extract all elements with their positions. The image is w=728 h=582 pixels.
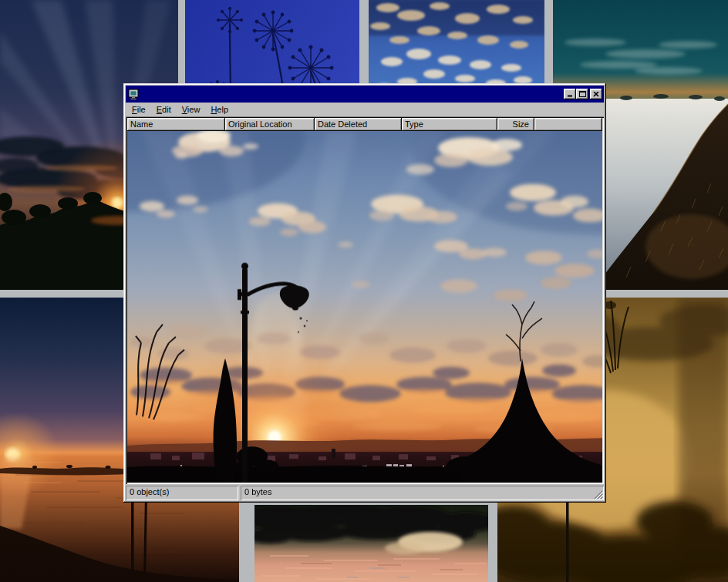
- column-header-original-location[interactable]: Original Location: [225, 118, 315, 131]
- close-icon: [593, 92, 599, 97]
- resize-grip-icon[interactable]: [593, 489, 603, 500]
- maximize-icon: [579, 91, 586, 97]
- status-bytes: 0 bytes: [241, 486, 604, 500]
- menu-file[interactable]: File: [126, 104, 151, 116]
- close-button[interactable]: [590, 89, 602, 99]
- column-header-type[interactable]: Type: [402, 118, 497, 131]
- menu-view[interactable]: View: [177, 104, 206, 116]
- title-bar[interactable]: [126, 86, 604, 103]
- column-header-size[interactable]: Size: [497, 118, 534, 131]
- maximize-button[interactable]: [576, 89, 588, 99]
- list-background-sunset-photo[interactable]: [127, 131, 602, 483]
- menu-edit[interactable]: Edit: [151, 104, 177, 116]
- list-view: Name Original Location Date Deleted Type…: [126, 116, 604, 484]
- column-header-blank: [534, 118, 602, 131]
- desktop: File Edit View Help Name Original Locati…: [0, 0, 728, 582]
- menu-bar: File Edit View Help: [126, 103, 604, 116]
- status-objects: 0 object(s): [126, 486, 238, 500]
- minimize-icon: [567, 91, 574, 97]
- minimize-button[interactable]: [564, 89, 576, 99]
- column-header-row: Name Original Location Date Deleted Type…: [127, 118, 602, 131]
- column-header-name[interactable]: Name: [127, 118, 225, 131]
- status-bar: 0 object(s) 0 bytes: [126, 486, 604, 500]
- computer-icon[interactable]: [127, 88, 140, 100]
- column-header-date-deleted[interactable]: Date Deleted: [315, 118, 402, 131]
- wallpaper-tile-water-reflection: [254, 505, 488, 582]
- recycle-bin-window: File Edit View Help Name Original Locati…: [123, 83, 606, 503]
- menu-help[interactable]: Help: [205, 104, 234, 116]
